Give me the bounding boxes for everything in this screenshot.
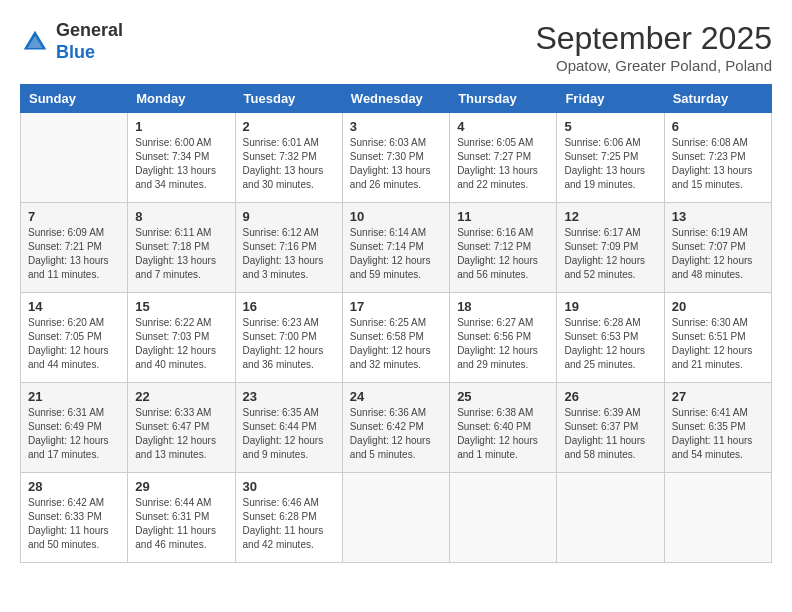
- logo-general: General: [56, 20, 123, 40]
- calendar-day-cell: [557, 473, 664, 563]
- day-sun-info: Sunrise: 6:28 AMSunset: 6:53 PMDaylight:…: [564, 316, 656, 372]
- day-sun-info: Sunrise: 6:38 AMSunset: 6:40 PMDaylight:…: [457, 406, 549, 462]
- day-number: 17: [350, 299, 442, 314]
- calendar-day-cell: [450, 473, 557, 563]
- calendar-day-cell: 15Sunrise: 6:22 AMSunset: 7:03 PMDayligh…: [128, 293, 235, 383]
- day-sun-info: Sunrise: 6:39 AMSunset: 6:37 PMDaylight:…: [564, 406, 656, 462]
- day-sun-info: Sunrise: 6:22 AMSunset: 7:03 PMDaylight:…: [135, 316, 227, 372]
- calendar-day-cell: 1Sunrise: 6:00 AMSunset: 7:34 PMDaylight…: [128, 113, 235, 203]
- day-number: 18: [457, 299, 549, 314]
- day-sun-info: Sunrise: 6:31 AMSunset: 6:49 PMDaylight:…: [28, 406, 120, 462]
- calendar-day-cell: 14Sunrise: 6:20 AMSunset: 7:05 PMDayligh…: [21, 293, 128, 383]
- day-number: 27: [672, 389, 764, 404]
- day-number: 6: [672, 119, 764, 134]
- day-sun-info: Sunrise: 6:35 AMSunset: 6:44 PMDaylight:…: [243, 406, 335, 462]
- day-sun-info: Sunrise: 6:16 AMSunset: 7:12 PMDaylight:…: [457, 226, 549, 282]
- day-of-week-header: Saturday: [664, 85, 771, 113]
- day-sun-info: Sunrise: 6:46 AMSunset: 6:28 PMDaylight:…: [243, 496, 335, 552]
- calendar-day-cell: 20Sunrise: 6:30 AMSunset: 6:51 PMDayligh…: [664, 293, 771, 383]
- day-sun-info: Sunrise: 6:00 AMSunset: 7:34 PMDaylight:…: [135, 136, 227, 192]
- day-number: 14: [28, 299, 120, 314]
- calendar-day-cell: 25Sunrise: 6:38 AMSunset: 6:40 PMDayligh…: [450, 383, 557, 473]
- calendar-day-cell: 5Sunrise: 6:06 AMSunset: 7:25 PMDaylight…: [557, 113, 664, 203]
- day-number: 19: [564, 299, 656, 314]
- logo: General Blue: [20, 20, 123, 63]
- day-number: 29: [135, 479, 227, 494]
- calendar-table: SundayMondayTuesdayWednesdayThursdayFrid…: [20, 84, 772, 563]
- day-sun-info: Sunrise: 6:01 AMSunset: 7:32 PMDaylight:…: [243, 136, 335, 192]
- day-of-week-header: Thursday: [450, 85, 557, 113]
- day-number: 21: [28, 389, 120, 404]
- day-sun-info: Sunrise: 6:19 AMSunset: 7:07 PMDaylight:…: [672, 226, 764, 282]
- day-number: 4: [457, 119, 549, 134]
- day-sun-info: Sunrise: 6:25 AMSunset: 6:58 PMDaylight:…: [350, 316, 442, 372]
- day-number: 8: [135, 209, 227, 224]
- day-number: 11: [457, 209, 549, 224]
- day-number: 2: [243, 119, 335, 134]
- day-number: 10: [350, 209, 442, 224]
- calendar-day-cell: [664, 473, 771, 563]
- logo-blue: Blue: [56, 42, 95, 62]
- day-sun-info: Sunrise: 6:27 AMSunset: 6:56 PMDaylight:…: [457, 316, 549, 372]
- calendar-day-cell: 18Sunrise: 6:27 AMSunset: 6:56 PMDayligh…: [450, 293, 557, 383]
- day-sun-info: Sunrise: 6:33 AMSunset: 6:47 PMDaylight:…: [135, 406, 227, 462]
- calendar-day-cell: 2Sunrise: 6:01 AMSunset: 7:32 PMDaylight…: [235, 113, 342, 203]
- day-sun-info: Sunrise: 6:05 AMSunset: 7:27 PMDaylight:…: [457, 136, 549, 192]
- day-number: 30: [243, 479, 335, 494]
- day-sun-info: Sunrise: 6:03 AMSunset: 7:30 PMDaylight:…: [350, 136, 442, 192]
- calendar-day-cell: 26Sunrise: 6:39 AMSunset: 6:37 PMDayligh…: [557, 383, 664, 473]
- calendar-week-row: 7Sunrise: 6:09 AMSunset: 7:21 PMDaylight…: [21, 203, 772, 293]
- calendar-day-cell: 12Sunrise: 6:17 AMSunset: 7:09 PMDayligh…: [557, 203, 664, 293]
- day-sun-info: Sunrise: 6:44 AMSunset: 6:31 PMDaylight:…: [135, 496, 227, 552]
- day-sun-info: Sunrise: 6:30 AMSunset: 6:51 PMDaylight:…: [672, 316, 764, 372]
- day-number: 5: [564, 119, 656, 134]
- day-sun-info: Sunrise: 6:06 AMSunset: 7:25 PMDaylight:…: [564, 136, 656, 192]
- calendar-day-cell: [342, 473, 449, 563]
- day-number: 1: [135, 119, 227, 134]
- location-subtitle: Opatow, Greater Poland, Poland: [535, 57, 772, 74]
- day-number: 25: [457, 389, 549, 404]
- calendar-day-cell: 29Sunrise: 6:44 AMSunset: 6:31 PMDayligh…: [128, 473, 235, 563]
- calendar-day-cell: 4Sunrise: 6:05 AMSunset: 7:27 PMDaylight…: [450, 113, 557, 203]
- calendar-day-cell: 23Sunrise: 6:35 AMSunset: 6:44 PMDayligh…: [235, 383, 342, 473]
- day-number: 9: [243, 209, 335, 224]
- day-sun-info: Sunrise: 6:14 AMSunset: 7:14 PMDaylight:…: [350, 226, 442, 282]
- calendar-day-cell: 19Sunrise: 6:28 AMSunset: 6:53 PMDayligh…: [557, 293, 664, 383]
- calendar-week-row: 1Sunrise: 6:00 AMSunset: 7:34 PMDaylight…: [21, 113, 772, 203]
- calendar-day-cell: 16Sunrise: 6:23 AMSunset: 7:00 PMDayligh…: [235, 293, 342, 383]
- day-of-week-header: Wednesday: [342, 85, 449, 113]
- calendar-day-cell: 21Sunrise: 6:31 AMSunset: 6:49 PMDayligh…: [21, 383, 128, 473]
- calendar-day-cell: 3Sunrise: 6:03 AMSunset: 7:30 PMDaylight…: [342, 113, 449, 203]
- calendar-day-cell: 30Sunrise: 6:46 AMSunset: 6:28 PMDayligh…: [235, 473, 342, 563]
- calendar-week-row: 21Sunrise: 6:31 AMSunset: 6:49 PMDayligh…: [21, 383, 772, 473]
- day-of-week-header: Sunday: [21, 85, 128, 113]
- day-sun-info: Sunrise: 6:20 AMSunset: 7:05 PMDaylight:…: [28, 316, 120, 372]
- day-sun-info: Sunrise: 6:09 AMSunset: 7:21 PMDaylight:…: [28, 226, 120, 282]
- day-number: 12: [564, 209, 656, 224]
- day-number: 7: [28, 209, 120, 224]
- day-number: 28: [28, 479, 120, 494]
- day-sun-info: Sunrise: 6:12 AMSunset: 7:16 PMDaylight:…: [243, 226, 335, 282]
- day-sun-info: Sunrise: 6:36 AMSunset: 6:42 PMDaylight:…: [350, 406, 442, 462]
- day-number: 23: [243, 389, 335, 404]
- day-number: 26: [564, 389, 656, 404]
- calendar-day-cell: 9Sunrise: 6:12 AMSunset: 7:16 PMDaylight…: [235, 203, 342, 293]
- calendar-day-cell: 11Sunrise: 6:16 AMSunset: 7:12 PMDayligh…: [450, 203, 557, 293]
- month-title: September 2025: [535, 20, 772, 57]
- calendar-week-row: 28Sunrise: 6:42 AMSunset: 6:33 PMDayligh…: [21, 473, 772, 563]
- day-sun-info: Sunrise: 6:41 AMSunset: 6:35 PMDaylight:…: [672, 406, 764, 462]
- title-block: September 2025 Opatow, Greater Poland, P…: [535, 20, 772, 74]
- calendar-day-cell: 8Sunrise: 6:11 AMSunset: 7:18 PMDaylight…: [128, 203, 235, 293]
- calendar-day-cell: 13Sunrise: 6:19 AMSunset: 7:07 PMDayligh…: [664, 203, 771, 293]
- calendar-header-row: SundayMondayTuesdayWednesdayThursdayFrid…: [21, 85, 772, 113]
- logo-text: General Blue: [56, 20, 123, 63]
- calendar-week-row: 14Sunrise: 6:20 AMSunset: 7:05 PMDayligh…: [21, 293, 772, 383]
- day-sun-info: Sunrise: 6:17 AMSunset: 7:09 PMDaylight:…: [564, 226, 656, 282]
- day-number: 24: [350, 389, 442, 404]
- page-header: General Blue September 2025 Opatow, Grea…: [20, 20, 772, 74]
- calendar-day-cell: 28Sunrise: 6:42 AMSunset: 6:33 PMDayligh…: [21, 473, 128, 563]
- day-number: 3: [350, 119, 442, 134]
- day-number: 20: [672, 299, 764, 314]
- calendar-day-cell: 7Sunrise: 6:09 AMSunset: 7:21 PMDaylight…: [21, 203, 128, 293]
- day-of-week-header: Friday: [557, 85, 664, 113]
